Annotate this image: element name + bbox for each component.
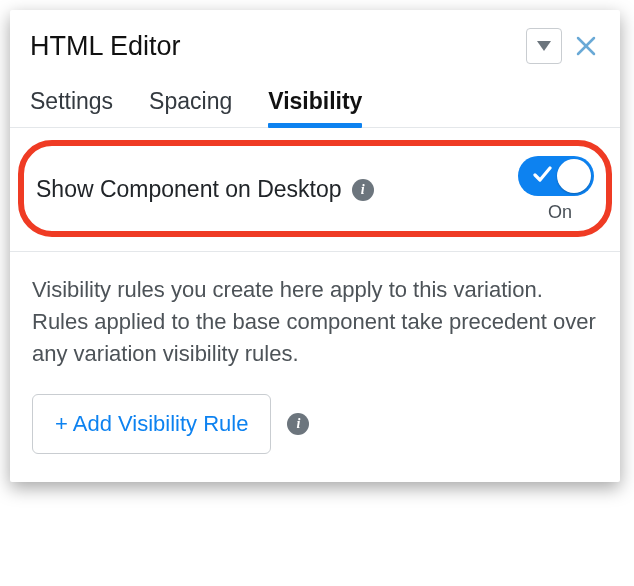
visibility-rules-description: Visibility rules you create here apply t… — [32, 274, 598, 370]
show-on-desktop-row: Show Component on Desktop i On — [36, 156, 594, 223]
toggle-state-label: On — [548, 202, 572, 223]
tab-spacing[interactable]: Spacing — [149, 88, 232, 127]
editor-panel: HTML Editor Settings Spacing Visibility … — [10, 10, 620, 482]
svg-marker-0 — [537, 41, 551, 51]
info-icon[interactable]: i — [287, 413, 309, 435]
show-on-desktop-toggle-col: On — [518, 156, 594, 223]
close-button[interactable] — [572, 32, 600, 60]
panel-header: HTML Editor — [10, 10, 620, 80]
check-icon — [532, 164, 552, 188]
show-on-desktop-toggle[interactable] — [518, 156, 594, 196]
tab-settings[interactable]: Settings — [30, 88, 113, 127]
add-rule-row: + Add Visibility Rule i — [32, 394, 598, 454]
panel-title: HTML Editor — [30, 31, 526, 62]
close-icon — [576, 36, 596, 56]
callout-highlight: Show Component on Desktop i On — [18, 140, 612, 237]
visibility-rules-section: Visibility rules you create here apply t… — [10, 252, 620, 454]
header-dropdown-button[interactable] — [526, 28, 562, 64]
toggle-knob — [557, 159, 591, 193]
add-visibility-rule-button[interactable]: + Add Visibility Rule — [32, 394, 271, 454]
caret-down-icon — [537, 41, 551, 51]
tab-visibility[interactable]: Visibility — [268, 88, 362, 127]
tab-bar: Settings Spacing Visibility — [10, 80, 620, 128]
info-icon[interactable]: i — [352, 179, 374, 201]
show-on-desktop-label: Show Component on Desktop — [36, 176, 342, 203]
